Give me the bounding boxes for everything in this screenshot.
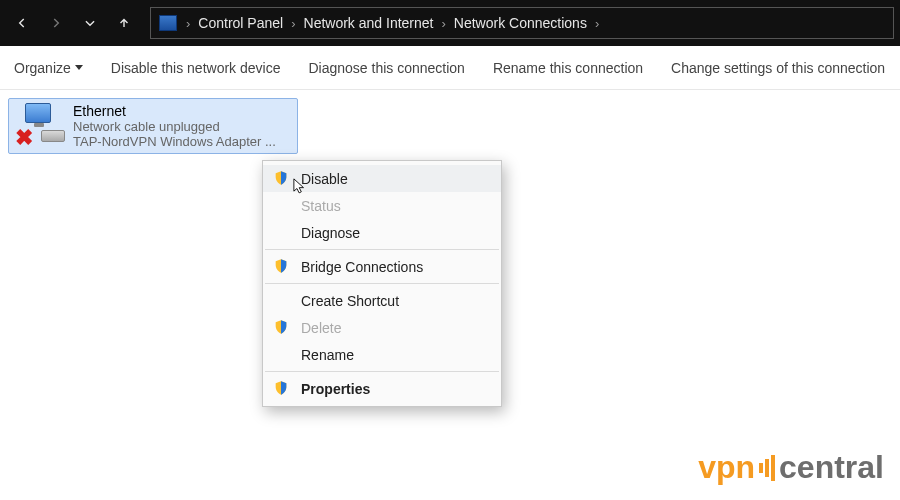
forward-button[interactable] <box>40 7 72 39</box>
breadcrumb-bar[interactable]: › Control Panel › Network and Internet ›… <box>150 7 894 39</box>
menu-delete: Delete <box>263 314 501 341</box>
network-adapter-item[interactable]: ✖ Ethernet Network cable unplugged TAP-N… <box>8 98 298 154</box>
signal-icon <box>759 455 775 481</box>
menu-diagnose[interactable]: Diagnose <box>263 219 501 246</box>
menu-separator <box>265 371 499 372</box>
menu-properties[interactable]: Properties <box>263 375 501 402</box>
error-x-icon: ✖ <box>15 129 33 147</box>
menu-label: Bridge Connections <box>301 259 423 275</box>
organize-menu[interactable]: Organize <box>14 60 83 76</box>
pc-icon <box>159 15 177 31</box>
cursor-icon <box>293 178 307 196</box>
menu-label: Status <box>301 198 341 214</box>
menu-label: Disable <box>301 171 348 187</box>
adapter-name: Ethernet <box>73 103 291 119</box>
chevron-right-icon: › <box>592 16 602 31</box>
adapter-icon: ✖ <box>15 103 67 147</box>
menu-rename[interactable]: Rename <box>263 341 501 368</box>
watermark-right: central <box>779 449 884 486</box>
adapter-status: Network cable unplugged <box>73 119 291 134</box>
menu-separator <box>265 283 499 284</box>
menu-label: Diagnose <box>301 225 360 241</box>
context-menu: Disable Status Diagnose Bridge Connectio… <box>262 160 502 407</box>
menu-label: Create Shortcut <box>301 293 399 309</box>
diagnose-button[interactable]: Diagnose this connection <box>308 60 464 76</box>
breadcrumb-item[interactable]: Control Panel <box>195 13 286 33</box>
watermark-left: vpn <box>698 449 755 486</box>
recent-dropdown-button[interactable] <box>74 7 106 39</box>
menu-label: Properties <box>301 381 370 397</box>
menu-status: Status <box>263 192 501 219</box>
organize-label: Organize <box>14 60 71 76</box>
rename-button[interactable]: Rename this connection <box>493 60 643 76</box>
menu-label: Rename <box>301 347 354 363</box>
watermark-logo: vpn central <box>698 449 884 486</box>
caret-down-icon <box>75 65 83 70</box>
breadcrumb-item[interactable]: Network and Internet <box>301 13 437 33</box>
change-settings-button[interactable]: Change settings of this connection <box>671 60 885 76</box>
shield-icon <box>273 319 289 335</box>
disable-device-button[interactable]: Disable this network device <box>111 60 281 76</box>
chevron-right-icon: › <box>288 16 298 31</box>
menu-bridge[interactable]: Bridge Connections <box>263 253 501 280</box>
shield-icon <box>273 170 289 186</box>
shield-icon <box>273 380 289 396</box>
chevron-right-icon: › <box>183 16 193 31</box>
content-pane: ✖ Ethernet Network cable unplugged TAP-N… <box>0 90 900 162</box>
command-toolbar: Organize Disable this network device Dia… <box>0 46 900 90</box>
menu-create-shortcut[interactable]: Create Shortcut <box>263 287 501 314</box>
address-bar: › Control Panel › Network and Internet ›… <box>0 0 900 46</box>
menu-label: Delete <box>301 320 341 336</box>
back-button[interactable] <box>6 7 38 39</box>
chevron-right-icon: › <box>438 16 448 31</box>
menu-separator <box>265 249 499 250</box>
up-button[interactable] <box>108 7 140 39</box>
breadcrumb-item[interactable]: Network Connections <box>451 13 590 33</box>
adapter-device: TAP-NordVPN Windows Adapter ... <box>73 134 291 149</box>
shield-icon <box>273 258 289 274</box>
